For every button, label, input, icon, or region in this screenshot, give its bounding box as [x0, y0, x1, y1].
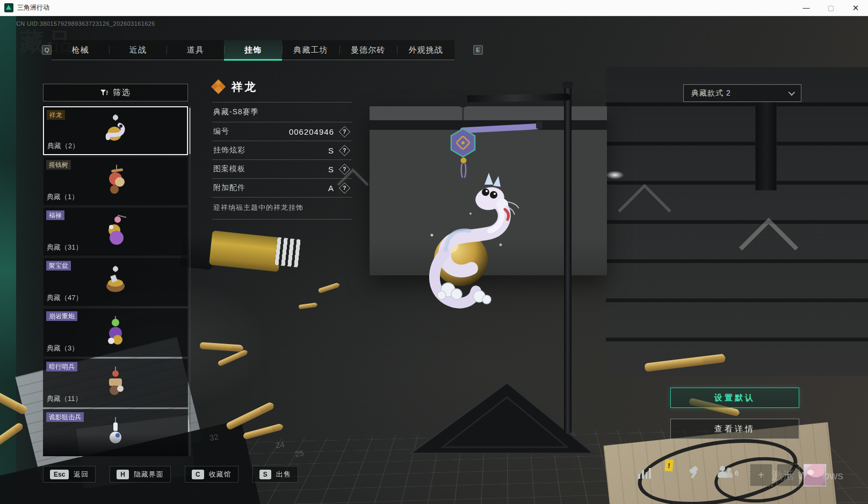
item-thumbnail	[98, 416, 133, 449]
h-keycap: H	[117, 470, 129, 479]
tab-items[interactable]: 道具	[167, 40, 224, 60]
list-item-xianglong[interactable]: 祥龙 典藏（2）	[43, 106, 188, 155]
charm-season: 典藏-S8赛季	[212, 103, 352, 122]
charm-title: 祥龙	[232, 79, 257, 94]
charm-sidebar: 筛选 祥龙 典藏（2） 摇钱树	[43, 84, 188, 456]
item-thumbnail	[98, 315, 133, 348]
floor-marking: 24	[275, 440, 285, 450]
charm-detail-panel: 祥龙 典藏-S8赛季 编号 006204946 ? 挂饰炫彩 S ? 图案模板 …	[212, 79, 352, 220]
detail-row-charm-finish: 挂饰炫彩 S ?	[212, 141, 352, 159]
back-hotkey[interactable]: Esc 返回	[43, 466, 96, 483]
style-dropdown[interactable]: 典藏款式 2	[683, 84, 801, 102]
minimize-button[interactable]: —	[794, 0, 819, 16]
item-name-tag: 福禄	[46, 210, 64, 220]
item-thumbnail	[98, 164, 133, 197]
auction-hammer-icon[interactable]	[688, 466, 701, 480]
game-window: 三角洲行动 — ▢ ✕ 32	[0, 0, 868, 504]
next-tab-keyhint: E	[473, 45, 483, 55]
account-uid: CN UID:38015792989363723126_202603161626	[16, 20, 155, 27]
help-icon[interactable]: ?	[339, 144, 350, 156]
collection-count: 典藏（1）	[47, 192, 78, 202]
friends-icon[interactable]	[718, 466, 733, 479]
app-logo-icon	[4, 3, 13, 12]
tab-appearance-challenge[interactable]: 外观挑战	[397, 40, 454, 60]
item-name-tag: 摇钱树	[46, 160, 71, 170]
collection-count: 典藏（31）	[47, 243, 82, 252]
item-name-tag: 诡影狙击兵	[46, 412, 84, 422]
help-icon[interactable]: ?	[339, 126, 350, 137]
stand-arm	[460, 93, 570, 103]
collection-count: 典藏（2）	[47, 141, 79, 151]
friends-count: 6	[735, 469, 739, 477]
tab-guns[interactable]: 枪械	[52, 40, 109, 60]
view-details-button[interactable]: 查看详情	[670, 419, 799, 439]
collection-count: 典藏（11）	[47, 394, 82, 404]
filter-button[interactable]: 筛选	[43, 84, 188, 101]
collection-count: 典藏（47）	[47, 293, 82, 303]
spray-can	[209, 230, 282, 272]
category-tabbar: 枪械 近战 道具 挂饰 典藏工坊 曼德尔砖 外观挑战	[52, 40, 454, 60]
sell-hotkey[interactable]: S 出售	[252, 466, 298, 483]
tab-charms[interactable]: 挂饰	[224, 40, 281, 60]
spray-can	[274, 237, 301, 267]
tab-melee[interactable]: 近战	[109, 40, 167, 60]
list-item-bengyanzhongpao[interactable]: 崩岩重炮 典藏（3）	[43, 308, 188, 357]
pendant-3d-view	[379, 74, 610, 468]
invite-slot-button[interactable]: +	[777, 464, 799, 486]
crate-latch	[755, 102, 777, 191]
tab-collection-workshop[interactable]: 典藏工坊	[282, 40, 339, 60]
collection-hall-hotkey[interactable]: C 收藏馆	[185, 466, 238, 483]
bullet	[299, 303, 317, 310]
hide-ui-hotkey[interactable]: H 隐藏界面	[110, 466, 171, 483]
invite-slot-button[interactable]: +	[750, 464, 772, 486]
hotkey-bar: Esc 返回 H 隐藏界面 C 收藏馆 S 出售	[43, 466, 298, 483]
maximize-button[interactable]: ▢	[819, 0, 843, 16]
bullet	[318, 282, 340, 294]
close-button[interactable]: ✕	[843, 0, 868, 16]
list-item-fulu[interactable]: 福禄 典藏（31）	[43, 207, 188, 256]
item-thumbnail	[98, 113, 133, 147]
player-avatar[interactable]	[804, 464, 826, 486]
sidebar-scrollbar[interactable]	[189, 106, 191, 456]
stats-icon[interactable]	[638, 467, 651, 479]
item-name-tag: 祥龙	[47, 110, 65, 120]
item-name-tag: 聚宝盆	[46, 261, 71, 271]
scrollbar-thumb[interactable]	[189, 108, 191, 154]
list-item-jubaopen[interactable]: 聚宝盆 典藏（47）	[43, 258, 188, 306]
c-keycap: C	[192, 470, 204, 479]
esc-keycap: Esc	[50, 470, 69, 479]
list-item-yaoqianshu[interactable]: 摇钱树 典藏（1）	[43, 157, 188, 206]
detail-row-serial: 编号 006204946 ?	[212, 122, 352, 141]
title-bar: 三角洲行动 — ▢ ✕	[0, 0, 868, 16]
help-icon[interactable]: ?	[339, 163, 350, 174]
collection-count: 典藏（3）	[47, 344, 78, 353]
stand-pole	[564, 85, 572, 434]
chevron-down-icon	[789, 89, 795, 96]
item-name-tag: 崩岩重炮	[46, 311, 77, 321]
charm-item-list: 祥龙 典藏（2） 摇钱树	[43, 106, 188, 456]
set-default-button[interactable]: 设置默认	[670, 388, 799, 408]
list-item-guiyingjujibing[interactable]: 诡影狙击兵	[43, 409, 188, 456]
help-icon[interactable]: ?	[339, 182, 350, 193]
s-keycap: S	[259, 470, 271, 479]
list-item-anxingshaobing[interactable]: 暗行哨兵 典藏（11）	[43, 359, 188, 407]
prev-tab-keyhint: Q	[42, 45, 52, 55]
filter-label: 筛选	[113, 87, 131, 98]
window-title: 三角洲行动	[17, 3, 49, 12]
item-thumbnail	[98, 265, 133, 298]
status-icon-bar: ! 6 + +	[634, 463, 811, 487]
alert-badge: !	[664, 459, 673, 472]
item-thumbnail	[98, 366, 133, 399]
dragon-charm	[431, 173, 519, 304]
style-dropdown-value: 典藏款式 2	[691, 89, 731, 98]
bullet	[243, 423, 284, 440]
floor-marking: 32	[209, 432, 219, 443]
detail-row-extra-accessory: 附加配件 A ?	[212, 179, 352, 197]
charm-description: 迎祥纳福主题中的祥龙挂饰	[212, 198, 352, 219]
item-name-tag: 暗行哨兵	[46, 362, 77, 371]
tab-mandel-brick[interactable]: 曼德尔砖	[339, 40, 397, 60]
item-thumbnail	[98, 214, 133, 247]
filter-funnel-icon	[100, 89, 108, 97]
charm-crossbar	[460, 123, 540, 134]
floor-marking: 25	[294, 448, 305, 458]
